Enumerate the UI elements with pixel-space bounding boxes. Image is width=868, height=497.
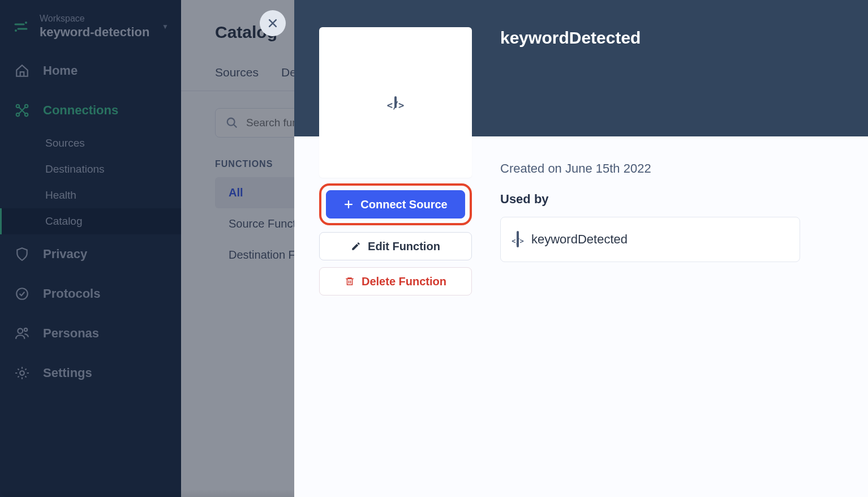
code-icon: </> (517, 232, 519, 247)
delete-function-label: Delete Function (362, 275, 446, 288)
used-by-label: Used by (500, 192, 800, 207)
close-icon (267, 18, 278, 29)
close-button[interactable] (260, 10, 286, 36)
edit-function-button[interactable]: Edit Function (319, 232, 472, 260)
used-by-item-label: keywordDetected (531, 232, 628, 247)
trash-icon (345, 276, 355, 286)
code-icon: </> (394, 97, 397, 108)
pencil-icon (351, 241, 361, 251)
used-by-item[interactable]: </> keywordDetected (500, 217, 800, 262)
function-card-column: </> Connect Source Edit Function Delete … (319, 27, 472, 295)
connect-source-highlight: Connect Source (319, 183, 472, 225)
plus-icon (343, 199, 354, 209)
function-icon-card: </> (319, 27, 472, 178)
edit-function-label: Edit Function (368, 240, 440, 253)
detail-title: keywordDetected (500, 28, 641, 48)
connect-source-label: Connect Source (360, 198, 447, 211)
delete-function-button[interactable]: Delete Function (319, 267, 472, 295)
created-on-text: Created on June 15th 2022 (500, 161, 800, 176)
connect-source-button[interactable]: Connect Source (326, 190, 465, 218)
